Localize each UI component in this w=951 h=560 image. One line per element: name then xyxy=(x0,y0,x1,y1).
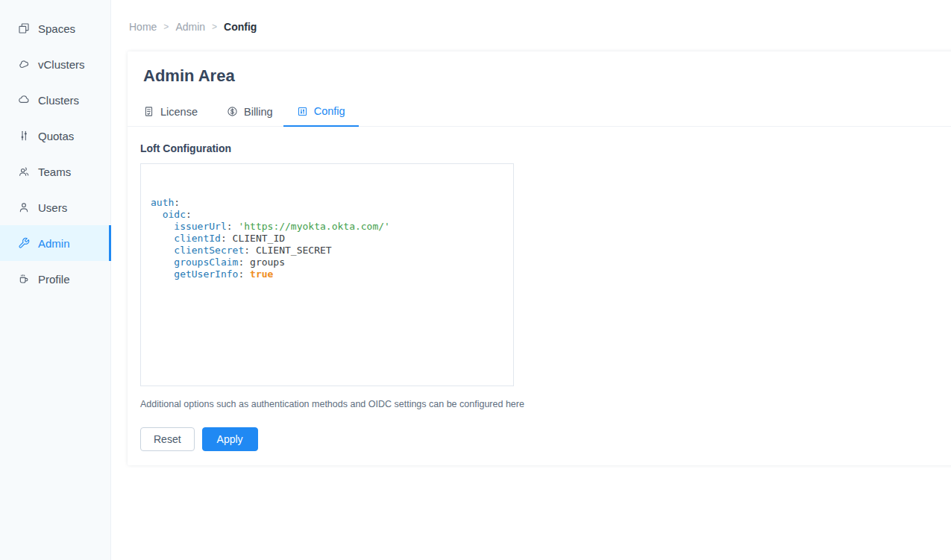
sidebar-item-admin[interactable]: Admin xyxy=(0,225,111,261)
tab-label: Billing xyxy=(244,106,273,118)
apply-button[interactable]: Apply xyxy=(202,427,258,451)
tab-bar: LicenseBillingConfig xyxy=(128,100,951,127)
billing-dollar-icon xyxy=(227,106,238,117)
code-line: auth: xyxy=(151,197,503,209)
users-icon xyxy=(18,201,30,213)
section-heading: Loft Configuration xyxy=(140,142,947,154)
sidebar-item-label: Quotas xyxy=(38,130,74,142)
sidebar-item-quotas[interactable]: Quotas xyxy=(0,118,111,154)
sidebar-item-label: Spaces xyxy=(38,22,75,35)
sidebar-item-clusters[interactable]: Clusters xyxy=(0,82,111,118)
tab-billing[interactable]: Billing xyxy=(227,100,273,126)
license-icon xyxy=(143,106,154,117)
page-title: Admin Area xyxy=(128,51,951,84)
code-line: groupsClaim: groups xyxy=(151,257,503,268)
profile-mug-icon xyxy=(18,273,30,285)
sidebar-nav: SpacesvClustersClustersQuotasTeamsUsersA… xyxy=(0,10,110,297)
sidebar: SpacesvClustersClustersQuotasTeamsUsersA… xyxy=(0,0,111,560)
clusters-icon xyxy=(18,94,30,106)
tab-license[interactable]: License xyxy=(143,100,198,126)
breadcrumb: Home>Admin>Config xyxy=(111,0,951,33)
sidebar-item-users[interactable]: Users xyxy=(0,189,111,225)
main-content: Home>Admin>Config Admin Area LicenseBill… xyxy=(111,0,951,560)
breadcrumb-separator: > xyxy=(163,22,169,32)
sidebar-item-label: Clusters xyxy=(38,94,79,107)
sidebar-item-label: Teams xyxy=(38,166,71,178)
code-line: clientSecret: CLIENT_SECRET xyxy=(151,245,503,257)
breadcrumb-item-config: Config xyxy=(224,21,257,33)
code-line: getUserInfo: true xyxy=(151,268,503,280)
breadcrumb-separator: > xyxy=(212,22,217,32)
sidebar-item-profile[interactable]: Profile xyxy=(0,261,111,297)
button-row: Reset Apply xyxy=(140,427,947,451)
spaces-icon xyxy=(18,22,30,34)
helper-text: Additional options such as authenticatio… xyxy=(140,399,947,409)
code-line: issuerUrl: 'https://myokta.okta.com/' xyxy=(151,221,503,233)
reset-button[interactable]: Reset xyxy=(140,427,195,451)
sidebar-item-teams[interactable]: Teams xyxy=(0,154,111,189)
code-line: oidc: xyxy=(151,209,503,221)
breadcrumb-item-admin[interactable]: Admin xyxy=(175,21,205,33)
tab-label: Config xyxy=(314,105,345,117)
code-line: clientId: CLIENT_ID xyxy=(151,233,503,245)
teams-icon xyxy=(18,166,30,177)
quotas-icon xyxy=(18,130,30,142)
sidebar-item-label: Users xyxy=(38,201,67,214)
admin-wrench-icon xyxy=(18,237,30,249)
sidebar-item-label: Profile xyxy=(38,273,70,286)
sidebar-item-spaces[interactable]: Spaces xyxy=(0,10,111,46)
sidebar-item-vclusters[interactable]: vClusters xyxy=(0,46,111,82)
config-editor-code: auth: oidc: issuerUrl: 'https://myokta.o… xyxy=(151,197,503,280)
config-sliders-icon xyxy=(297,106,308,117)
breadcrumb-item-home[interactable]: Home xyxy=(129,21,157,33)
admin-area-card: Admin Area LicenseBillingConfig Loft Con… xyxy=(128,51,951,465)
sidebar-item-label: Admin xyxy=(38,237,70,250)
tab-config[interactable]: Config xyxy=(283,100,359,127)
config-editor[interactable]: auth: oidc: issuerUrl: 'https://myokta.o… xyxy=(140,163,514,386)
sidebar-item-label: vClusters xyxy=(38,58,85,71)
tab-label: License xyxy=(160,106,198,118)
config-section: Loft Configuration auth: oidc: issuerUrl… xyxy=(128,142,951,465)
vclusters-icon xyxy=(18,58,30,70)
